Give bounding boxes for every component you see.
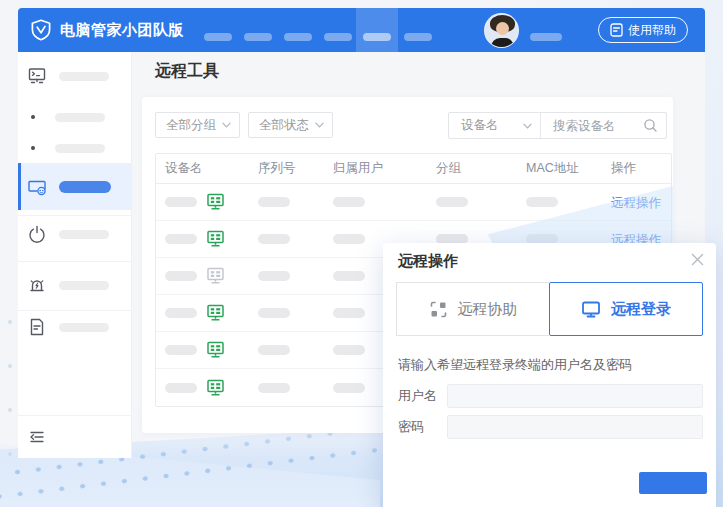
nav-item-5-active[interactable] — [363, 33, 391, 41]
device-name-cell — [156, 341, 258, 359]
chevron-down-icon — [315, 122, 324, 128]
nav-item-2[interactable] — [244, 33, 272, 41]
device-name-cell — [156, 230, 258, 248]
confirm-button[interactable] — [639, 472, 707, 494]
tab-remote-assist-label: 远程协助 — [458, 300, 518, 319]
table-header-row: 设备名序列号归属用户分组MAC地址操作 — [156, 154, 671, 184]
username-row: 用户名 — [398, 384, 703, 408]
tab-remote-login-label: 远程登录 — [611, 300, 671, 319]
device-name-placeholder — [165, 197, 197, 207]
terminal-monitor-icon — [26, 65, 48, 87]
sidebar-item-alerts[interactable] — [18, 265, 131, 305]
serial-cell — [258, 304, 333, 322]
group-filter-select[interactable]: 全部分组 — [155, 112, 240, 138]
tab-remote-assist[interactable]: 远程协助 — [396, 282, 549, 336]
nav-item-1[interactable] — [204, 33, 232, 41]
password-field[interactable] — [447, 415, 703, 439]
serial-cell — [258, 193, 333, 211]
serial-placeholder — [258, 345, 290, 355]
remote-login-monitor-icon — [581, 300, 601, 319]
nav-item-3[interactable] — [284, 33, 312, 41]
alarm-siren-icon — [26, 274, 48, 296]
remote-monitor-gear-icon — [26, 176, 48, 198]
search-field — [541, 118, 666, 134]
device-monitor-offline-icon — [206, 267, 225, 285]
help-button[interactable]: 使用帮助 — [598, 17, 688, 43]
serial-placeholder — [258, 197, 290, 207]
username-field[interactable] — [447, 384, 703, 408]
device-name-cell — [156, 193, 258, 211]
sidebar-label-placeholder-active — [59, 181, 111, 193]
collapse-sidebar-icon — [26, 426, 48, 448]
screen: 电脑管家小团队版 使用帮助 — [0, 0, 723, 507]
search-icon[interactable] — [643, 118, 658, 133]
serial-cell — [258, 230, 333, 248]
username-label: 用户名 — [398, 387, 447, 405]
status-filter-label: 全部状态 — [259, 117, 309, 134]
group-placeholder — [436, 197, 468, 207]
help-button-label: 使用帮助 — [628, 22, 676, 39]
serial-placeholder — [258, 308, 290, 318]
owner-placeholder — [333, 234, 365, 244]
sidebar-subitem-2[interactable] — [18, 128, 131, 168]
help-doc-icon — [610, 23, 623, 37]
device-name-placeholder — [165, 308, 197, 318]
device-monitor-online-icon — [206, 304, 225, 322]
sidebar-item-power[interactable] — [18, 214, 131, 254]
status-filter-select[interactable]: 全部状态 — [248, 112, 333, 138]
sidebar-label-placeholder — [55, 144, 105, 153]
avatar-shirt — [491, 38, 514, 48]
chevron-down-icon — [222, 122, 231, 128]
owner-placeholder — [333, 383, 365, 393]
column-header-2: 序列号 — [258, 160, 333, 177]
search-category-label: 设备名 — [461, 117, 499, 134]
device-name-cell — [156, 267, 258, 285]
device-name-placeholder — [165, 234, 197, 244]
chevron-down-icon — [523, 123, 532, 129]
sidebar-item-devices[interactable] — [18, 56, 131, 96]
modal-tabs: 远程协助 远程登录 — [396, 282, 703, 336]
page-title: 远程工具 — [155, 61, 219, 82]
search-control: 设备名 — [448, 112, 667, 139]
bullet-dot-icon — [31, 146, 35, 150]
sidebar — [18, 52, 131, 458]
bullet-dot-icon — [31, 115, 35, 119]
nav-item-4[interactable] — [324, 33, 352, 41]
serial-cell — [258, 267, 333, 285]
serial-placeholder — [258, 271, 290, 281]
device-monitor-online-icon — [206, 230, 225, 248]
sidebar-label-placeholder — [59, 323, 109, 332]
device-monitor-online-icon — [206, 341, 225, 359]
device-name-placeholder — [165, 345, 197, 355]
tab-remote-login[interactable]: 远程登录 — [549, 282, 703, 336]
owner-cell — [333, 193, 436, 211]
column-header-4: 分组 — [436, 160, 526, 177]
group-cell — [436, 193, 526, 211]
password-label: 密码 — [398, 418, 447, 436]
action-cell: 远程操作 — [611, 193, 671, 212]
sidebar-item-reports[interactable] — [18, 307, 131, 347]
search-category-select[interactable]: 设备名 — [449, 113, 541, 138]
sidebar-divider — [18, 261, 131, 262]
app-logo-shield-icon — [29, 18, 53, 42]
remote-operation-modal: 远程操作 远程协助 — [383, 243, 716, 507]
device-monitor-online-icon — [206, 193, 225, 211]
modal-title: 远程操作 — [398, 252, 458, 271]
avatar-face — [496, 22, 509, 35]
modal-description: 请输入希望远程登录终端的用户名及密码 — [398, 356, 632, 374]
remote-operate-link[interactable]: 远程操作 — [611, 196, 661, 210]
close-icon[interactable] — [689, 251, 705, 267]
user-avatar[interactable] — [484, 13, 519, 48]
mac-placeholder — [526, 197, 558, 207]
column-header-1: 设备名 — [156, 160, 258, 177]
nav-item-6[interactable] — [404, 33, 432, 41]
serial-cell — [258, 341, 333, 359]
sidebar-item-remote-tools-active[interactable] — [18, 163, 131, 210]
serial-placeholder — [258, 383, 290, 393]
password-row: 密码 — [398, 415, 703, 439]
search-input[interactable] — [551, 118, 643, 134]
sidebar-collapse-button[interactable] — [18, 417, 131, 457]
group-filter-label: 全部分组 — [166, 117, 216, 134]
background-dots-left — [4, 300, 16, 460]
username-placeholder — [530, 33, 562, 41]
